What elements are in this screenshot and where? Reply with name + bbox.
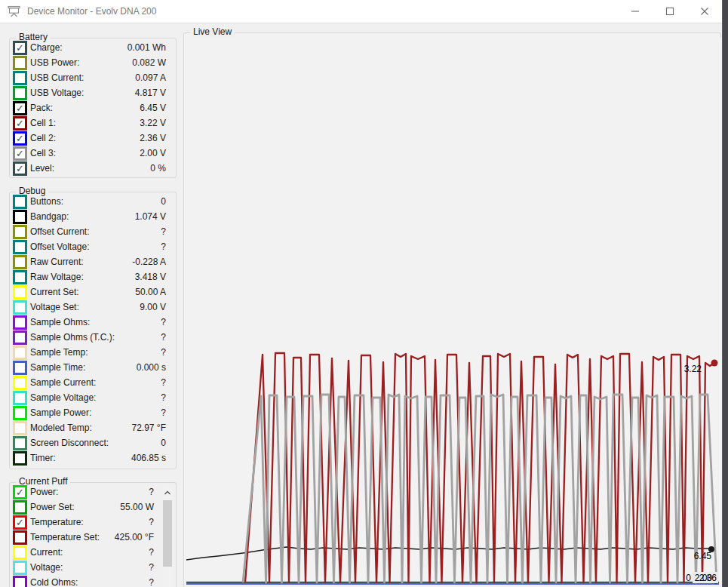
row-value: 3.418 V — [135, 272, 175, 282]
row-label: Voltage Set: — [30, 302, 79, 312]
trace-checkbox[interactable]: ✓ — [13, 485, 27, 499]
row-label: Current: — [30, 547, 63, 558]
trace-checkbox[interactable] — [13, 391, 27, 405]
trace-checkbox[interactable] — [13, 361, 27, 375]
trace-checkbox[interactable]: ✓ — [13, 131, 27, 146]
row-label: Modeled Temp: — [30, 423, 92, 433]
trace-checkbox[interactable] — [13, 576, 27, 587]
row-label: Sample Ohms: — [30, 317, 90, 327]
row-label: Timer: — [30, 453, 56, 463]
minimize-button[interactable] — [618, 0, 653, 23]
close-button[interactable] — [687, 0, 722, 23]
check-icon: ✓ — [16, 103, 24, 113]
trace-checkbox[interactable] — [13, 210, 27, 224]
cell1-marker-dot — [711, 360, 718, 367]
monitor-row: ✓Power:? — [13, 484, 175, 499]
row-value: 406.85 s — [131, 453, 175, 463]
trace-checkbox[interactable] — [13, 240, 27, 254]
trace-checkbox[interactable] — [13, 300, 27, 315]
trace-checkbox[interactable]: ✓ — [13, 515, 27, 530]
row-value: 0.001 Wh — [127, 42, 175, 53]
monitor-row: Raw Voltage:3.418 V — [13, 269, 175, 284]
trace-checkbox[interactable] — [13, 255, 27, 269]
trace-checkbox[interactable] — [13, 436, 27, 450]
trace-checkbox[interactable] — [13, 500, 27, 515]
trace-checkbox[interactable] — [13, 71, 27, 85]
trace-checkbox[interactable] — [13, 530, 27, 545]
row-value: 4.817 V — [135, 88, 175, 98]
check-icon: ✓ — [16, 518, 24, 527]
row-label: Sample Time: — [30, 362, 85, 373]
row-label: USB Power: — [30, 57, 79, 68]
monitor-row: Current Set:50.00 A — [13, 284, 175, 300]
current-puff-scrollbar[interactable] — [162, 487, 173, 587]
trace-checkbox[interactable] — [13, 330, 27, 345]
monitor-row: ✓Charge:0.001 Wh — [13, 40, 175, 55]
row-label: Sample Ohms (T.C.): — [30, 332, 115, 343]
trace-checkbox[interactable] — [13, 56, 27, 70]
row-value: 0 — [161, 438, 175, 448]
trace-checkbox[interactable] — [13, 451, 27, 466]
trace-checkbox[interactable] — [13, 376, 27, 390]
row-label: Sample Voltage: — [30, 392, 96, 403]
trace-checkbox[interactable] — [13, 546, 27, 560]
row-value: 2.00 V — [140, 148, 175, 158]
row-value: 72.97 °F — [132, 423, 176, 433]
trace-checkbox[interactable] — [13, 86, 27, 100]
trace-checkbox[interactable] — [13, 315, 27, 330]
monitor-row: ✓Pack:6.45 V — [13, 100, 175, 115]
trace-checkbox[interactable]: ✓ — [13, 116, 27, 131]
scroll-up-button[interactable] — [162, 487, 173, 498]
trace-checkbox[interactable] — [13, 561, 27, 575]
monitor-row: Temperature Set:425.00 °F — [13, 530, 175, 545]
monitor-row: Raw Current:-0.228 A — [13, 254, 175, 269]
monitor-row: Sample Ohms:? — [13, 315, 175, 330]
trace-checkbox[interactable]: ✓ — [13, 161, 27, 176]
row-value: 9.00 V — [140, 302, 175, 312]
trace-checkbox[interactable] — [13, 346, 27, 360]
group-battery: Battery✓Charge:0.001 WhUSB Power:0.082 W… — [9, 38, 177, 178]
trace-checkbox[interactable] — [13, 421, 27, 435]
maximize-icon — [665, 7, 674, 16]
row-label: Screen Disconnect: — [30, 438, 109, 448]
trace-checkbox[interactable] — [13, 225, 27, 239]
row-value: -0.228 A — [132, 257, 175, 267]
monitor-row: Timer:406.85 s — [13, 450, 175, 466]
trace-checkbox[interactable] — [13, 270, 27, 284]
check-icon: ✓ — [16, 118, 24, 128]
titlebar[interactable]: Device Monitor - Evolv DNA 200 — [0, 0, 728, 23]
window-title: Device Monitor - Evolv DNA 200 — [27, 6, 156, 17]
row-label: USB Current: — [30, 72, 84, 83]
row-value: 0.097 A — [135, 72, 175, 83]
trace-checkbox[interactable] — [13, 406, 27, 420]
monitor-row: Cold Ohms:? — [13, 575, 175, 587]
scrollbar-thumb[interactable] — [163, 500, 172, 567]
close-icon — [700, 7, 709, 16]
row-label: Sample Current: — [30, 377, 96, 388]
maximize-button[interactable] — [653, 0, 687, 23]
trace-checkbox[interactable] — [13, 195, 27, 209]
monitor-row: Sample Current:? — [13, 375, 175, 390]
trace-checkbox[interactable]: ✓ — [13, 101, 27, 115]
row-value: ? — [161, 377, 175, 388]
trace-checkbox[interactable] — [13, 285, 27, 300]
row-value: ? — [161, 317, 175, 327]
row-label: Pack: — [30, 103, 53, 113]
row-value: ? — [161, 226, 175, 237]
row-label: Raw Current: — [30, 257, 84, 267]
row-label: Offset Current: — [30, 226, 89, 237]
row-value: 0 — [161, 196, 175, 207]
window-controls — [618, 0, 722, 23]
row-value: 2.36 V — [140, 133, 175, 143]
row-label: Power: — [30, 487, 58, 497]
row-label: Offset Voltage: — [30, 241, 90, 252]
monitor-row: Offset Voltage:? — [13, 239, 175, 254]
current-value-label: 2.36 — [699, 573, 717, 583]
trace-checkbox[interactable]: ✓ — [13, 41, 27, 55]
row-value: ? — [161, 241, 175, 252]
trace-checkbox[interactable]: ✓ — [13, 146, 27, 161]
monitor-row: USB Power:0.082 W — [13, 55, 175, 70]
live-view-chart: 3.226.4502.002.36 — [184, 38, 721, 586]
monitor-row: Current:? — [13, 545, 175, 560]
check-icon: ✓ — [16, 487, 24, 497]
